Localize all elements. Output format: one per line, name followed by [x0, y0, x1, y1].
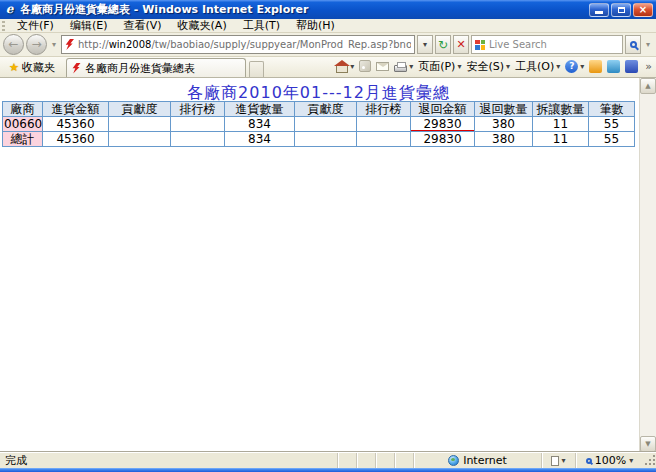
browser-window: e 各廠商月份進貨彙總表 - Windows Internet Explorer…	[0, 0, 656, 472]
menu-favorites[interactable]: 收藏夹(A)	[170, 18, 235, 33]
favorites-button[interactable]: ★ 收藏夹	[2, 58, 62, 76]
new-tab-button[interactable]	[249, 61, 264, 77]
active-tab[interactable]: 各廠商月份進貨彙總表	[66, 58, 246, 77]
table-cell: 834	[225, 132, 295, 147]
url-scheme: http://	[78, 39, 109, 50]
page-zoom-pane[interactable]: ▾	[541, 453, 575, 468]
zone-label: Internet	[463, 454, 507, 467]
table-cell	[295, 117, 357, 132]
table-cell: 380	[475, 117, 533, 132]
chevron-down-icon: ▾	[580, 62, 584, 71]
vertical-scrollbar[interactable]: ▲ ▼	[639, 78, 656, 452]
column-header: 拆讓數量	[533, 102, 589, 117]
tab-favicon-icon	[72, 63, 81, 74]
search-placeholder: Live Search	[489, 39, 547, 50]
restore-button[interactable]	[611, 3, 631, 17]
status-text: 完成	[0, 453, 337, 468]
table-cell	[357, 117, 411, 132]
addon-icon-1[interactable]	[589, 60, 602, 73]
page-favicon-icon	[65, 39, 74, 50]
page-content: 各廠商2010年01---12月進貨彙總 廠商進貨金額貢獻度排行榜進貨數量貢獻度…	[0, 78, 656, 452]
search-button[interactable]	[625, 35, 641, 54]
column-header: 排行榜	[171, 102, 225, 117]
chevron-down-icon: ▾	[556, 62, 560, 71]
chevron-down-icon: ▾	[457, 62, 461, 71]
command-bar: ▾ ▾ 页面(P)▾ 安全(S)▾ 工具(O)▾ ?▾ »	[336, 57, 654, 77]
search-options-dropdown[interactable]: ▾	[643, 40, 653, 49]
print-button[interactable]: ▾	[394, 61, 413, 72]
favorites-star-icon: ★	[9, 61, 19, 74]
column-header: 退回數量	[475, 102, 533, 117]
menu-help[interactable]: 帮助(H)	[288, 18, 343, 33]
table-cell	[171, 117, 225, 132]
column-header: 進貨金額	[43, 102, 109, 117]
tab-bar: ★ 收藏夹 各廠商月份進貨彙總表 ▾ ▾ 页面(P)▾ 安全(S)▾ 工具(O)…	[0, 57, 656, 78]
close-button[interactable]: ×	[633, 3, 653, 17]
back-button[interactable]: ←	[3, 34, 24, 55]
address-dropdown-button[interactable]: ▾	[417, 35, 433, 54]
safety-menu-button[interactable]: 安全(S)▾	[466, 59, 510, 74]
row-header-cell: 總計	[3, 132, 43, 147]
home-icon	[336, 65, 348, 73]
page-menu-label: 页面(P)	[418, 59, 455, 74]
column-header: 排行榜	[357, 102, 411, 117]
menu-bar: 文件(F) 编辑(E) 查看(V) 收藏夹(A) 工具(T) 帮助(H)	[0, 19, 656, 33]
chevron-down-icon: ▾	[629, 456, 633, 465]
table-cell: 11	[533, 132, 589, 147]
navigation-bar: ← → ▾ http://win2008/tw/baobiao/supply/s…	[0, 33, 656, 57]
zoom-magnifier-icon	[586, 458, 592, 464]
window-title: 各廠商月份進貨彙總表 - Windows Internet Explorer	[20, 2, 589, 17]
tools-menu-button[interactable]: 工具(O)▾	[515, 59, 560, 74]
menu-edit[interactable]: 编辑(E)	[62, 18, 116, 33]
feeds-icon[interactable]	[359, 60, 371, 72]
table-cell	[109, 132, 171, 147]
zoom-level-control[interactable]: 100% ▾	[575, 453, 643, 468]
address-bar-input[interactable]: http://win2008/tw/baobiao/supply/suppyea…	[61, 35, 415, 54]
toolbar-overflow-chevron[interactable]: »	[643, 60, 654, 73]
safety-menu-label: 安全(S)	[466, 59, 504, 74]
column-header: 貢獻度	[109, 102, 171, 117]
status-bar: 完成 Internet ▾ 100% ▾	[0, 452, 656, 468]
addon-icon-3[interactable]	[625, 60, 638, 73]
minimize-button[interactable]	[589, 3, 609, 17]
table-cell	[109, 117, 171, 132]
url-path: /tw/baobiao/supply/suppyear/MonProd_Rep.…	[151, 39, 411, 50]
help-menu-button[interactable]: ?▾	[565, 60, 584, 73]
column-header: 廠商	[3, 102, 43, 117]
page-menu-button[interactable]: 页面(P)▾	[418, 59, 461, 74]
help-icon: ?	[565, 60, 578, 73]
menu-tools[interactable]: 工具(T)	[235, 18, 288, 33]
table-cell: 55	[589, 132, 635, 147]
refresh-button[interactable]: ↻	[435, 35, 451, 54]
chevron-down-icon: ▾	[506, 62, 510, 71]
forward-button[interactable]: →	[26, 34, 47, 55]
read-mail-icon[interactable]	[376, 62, 389, 71]
ie-logo-icon: e	[3, 3, 16, 16]
scroll-up-button[interactable]: ▲	[640, 78, 656, 94]
column-header: 進貨數量	[225, 102, 295, 117]
status-pane	[356, 453, 375, 468]
refresh-icon: ↻	[438, 38, 448, 52]
resize-grip[interactable]	[643, 453, 656, 468]
scroll-down-button[interactable]: ▼	[640, 436, 656, 452]
recent-pages-dropdown[interactable]: ▾	[49, 40, 59, 49]
menu-file[interactable]: 文件(F)	[9, 18, 62, 33]
table-cell: 55	[589, 117, 635, 132]
title-bar: e 各廠商月份進貨彙總表 - Windows Internet Explorer…	[0, 0, 656, 19]
live-search-input[interactable]: Live Search	[471, 35, 623, 54]
status-pane	[337, 453, 356, 468]
table-cell	[295, 132, 357, 147]
home-button[interactable]: ▾	[336, 60, 354, 73]
taskbar-edge	[0, 468, 656, 472]
table-cell: 380	[475, 132, 533, 147]
stop-button[interactable]: ✕	[453, 35, 469, 54]
minimize-icon	[595, 11, 603, 14]
menu-view[interactable]: 查看(V)	[115, 18, 169, 33]
restore-icon	[618, 7, 625, 13]
chevron-down-icon: ▾	[409, 62, 413, 71]
table-cell: 45360	[43, 117, 109, 132]
table-cell	[171, 132, 225, 147]
table-row: 總計45360834298303801155	[3, 132, 635, 147]
addon-icon-2[interactable]	[607, 60, 620, 73]
column-header: 筆數	[589, 102, 635, 117]
